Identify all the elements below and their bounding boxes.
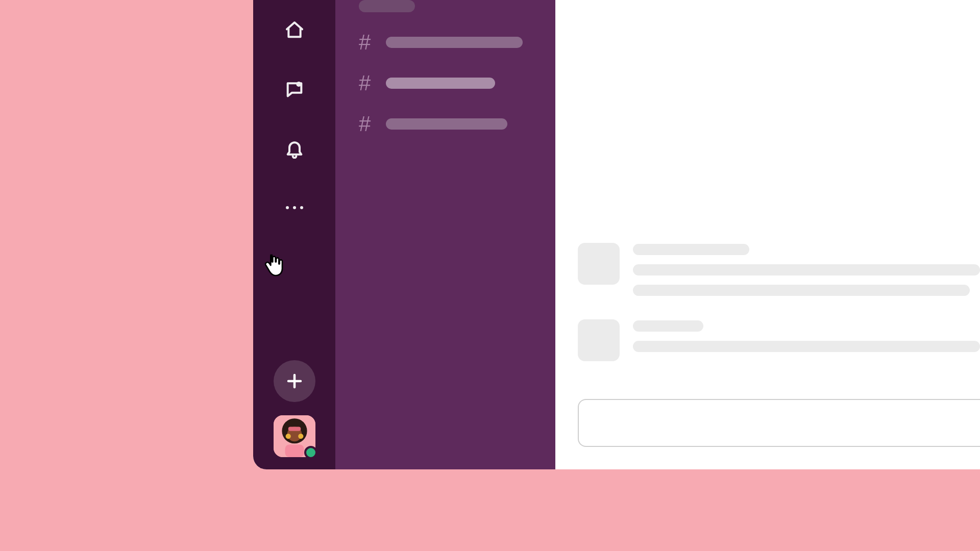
svg-rect-4 (288, 427, 301, 431)
message (578, 319, 980, 361)
nav-rail (253, 0, 335, 469)
presence-indicator (304, 446, 317, 459)
hash-icon: # (359, 32, 371, 53)
home-icon[interactable] (283, 18, 306, 42)
channel-name-placeholder (386, 78, 495, 89)
message (578, 243, 980, 296)
channel-sidebar: ### (335, 0, 555, 469)
message-author-placeholder (633, 244, 749, 255)
message-text-placeholder (633, 264, 980, 276)
message-pane (555, 0, 980, 469)
compose-button[interactable] (274, 360, 315, 402)
svg-rect-7 (285, 444, 304, 457)
hash-icon: # (359, 72, 371, 94)
message-author-placeholder (633, 320, 703, 332)
channel-item[interactable]: # (359, 113, 535, 135)
sidebar-section-header (359, 0, 415, 12)
message-avatar (578, 243, 620, 285)
message-text-placeholder (633, 341, 980, 352)
message-composer[interactable] (578, 399, 980, 447)
activity-icon[interactable] (283, 137, 306, 160)
channel-name-placeholder (386, 37, 523, 48)
channel-item[interactable]: # (359, 32, 535, 53)
user-avatar[interactable] (274, 415, 315, 457)
channel-item[interactable]: # (359, 72, 535, 94)
channel-name-placeholder (386, 118, 507, 130)
message-avatar (578, 319, 620, 361)
message-text-placeholder (633, 285, 970, 296)
hash-icon: # (359, 113, 371, 135)
svg-point-5 (285, 434, 290, 439)
more-icon[interactable] (283, 196, 306, 219)
svg-point-6 (298, 434, 303, 439)
svg-point-0 (296, 82, 301, 87)
dm-icon[interactable] (283, 78, 306, 101)
app-window: ### (253, 0, 980, 469)
